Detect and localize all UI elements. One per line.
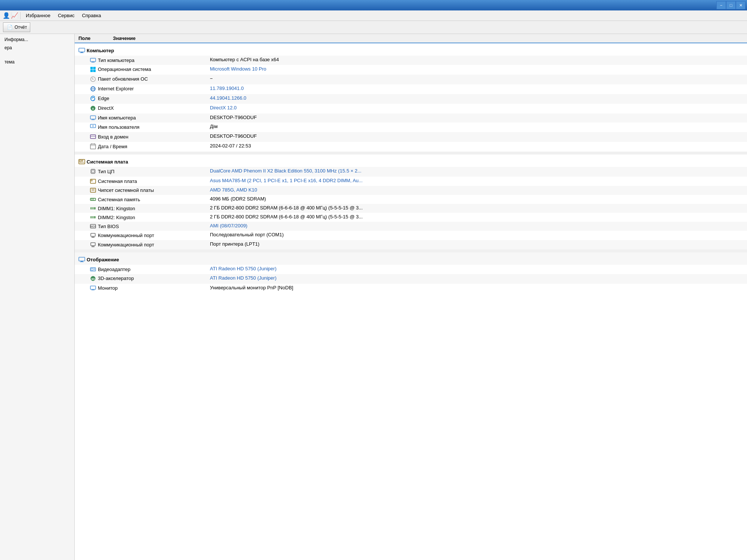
field-mobo: Системная плата	[98, 178, 137, 184]
svg-rect-17	[92, 119, 94, 120]
display-label: Отображение	[87, 257, 119, 262]
field-comp-type: Тип компьютера	[98, 57, 134, 63]
monitor-icon	[90, 57, 96, 63]
value-dimm1: 2 ГБ DDR2-800 DDR2 SDRAM (6-6-6-18 @ 400…	[205, 204, 747, 213]
maximize-button[interactable]: □	[726, 1, 736, 9]
windows-icon	[90, 66, 96, 73]
computer-label: Компьютер	[87, 48, 114, 53]
value-sysmem: 4096 МБ (DDR2 SDRAM)	[205, 195, 747, 204]
toolbar: 📄 Отчёт	[0, 21, 747, 34]
dimm1-icon	[90, 205, 96, 212]
field-bios: Тип BIOS	[98, 224, 119, 229]
value-dimm2: 2 ГБ DDR2-800 DDR2 SDRAM (6-6-6-18 @ 400…	[205, 213, 747, 222]
menu-favorites[interactable]: Избранное	[23, 12, 53, 19]
domain-icon	[90, 133, 96, 140]
svg-rect-2	[80, 53, 84, 53]
table-row: Чипсет системной платы AMD 785G, AMD K10	[75, 186, 747, 195]
computer-section-header: Компьютер	[78, 47, 114, 54]
field-ie: Internet Explorer	[98, 86, 134, 91]
table-row: DIMM1: Kingston 2 ГБ DDR2-800 DDR2 SDRAM…	[75, 204, 747, 213]
field-cpu: Тип ЦП	[98, 169, 114, 174]
col-field: Поле	[78, 35, 90, 41]
menu-service[interactable]: Сервис	[55, 12, 78, 19]
svg-rect-82	[90, 286, 96, 289]
table-row: Операционная система Microsoft Windows 1…	[75, 65, 747, 75]
svg-text:BIOS: BIOS	[90, 225, 96, 228]
svg-rect-68	[91, 243, 95, 246]
table-row: Имя пользователя Дім	[75, 122, 747, 132]
sysmem-icon	[90, 196, 96, 203]
mobo-row-icon	[90, 178, 96, 184]
svg-rect-64	[91, 233, 95, 236]
table-row: DIMM2: Kingston 2 ГБ DDR2-800 DDR2 SDRAM…	[75, 213, 747, 222]
svg-rect-6	[90, 67, 93, 69]
display-section-icon	[78, 256, 85, 263]
value-compname: DESKTOP-T96ODUF	[205, 113, 747, 123]
table-row: Пакет обновления ОС −	[75, 75, 747, 84]
table-row: Edge 44.19041.1266.0	[75, 94, 747, 104]
svg-text:3D: 3D	[91, 277, 95, 281]
sidebar-icon-2: 📈	[11, 12, 18, 19]
svg-rect-18	[92, 120, 95, 120]
value-monitor: Универсальный монитор PnP [NoDB]	[205, 284, 747, 293]
svg-rect-16	[90, 116, 96, 119]
value-update: −	[205, 75, 747, 84]
value-datetime: 2024-02-07 / 22:53	[205, 142, 747, 152]
table-row: Дата / Время 2024-02-07 / 22:53	[75, 142, 747, 152]
monitor2-icon	[90, 285, 96, 292]
sidebar: Информа... ера тема	[0, 34, 75, 560]
field-dimm1: DIMM1: Kingston	[98, 206, 135, 211]
computer-icon	[78, 47, 85, 54]
report-button[interactable]: 📄 Отчёт	[3, 22, 30, 32]
main-container: Информа... ера тема Поле Значение	[0, 34, 747, 560]
svg-rect-1	[81, 52, 83, 53]
edge-icon	[90, 95, 96, 102]
svg-rect-76	[91, 268, 93, 270]
sidebar-icon-1: 👤	[3, 12, 10, 19]
gpu-icon	[90, 266, 96, 273]
port1-icon	[90, 232, 96, 239]
value-os: Microsoft Windows 10 Pro	[205, 65, 747, 75]
svg-rect-32	[92, 170, 94, 172]
bios-icon: BIOS	[90, 223, 96, 230]
minimize-button[interactable]: −	[716, 1, 726, 9]
chipset-icon	[90, 187, 96, 194]
port2-icon	[90, 241, 96, 248]
svg-rect-28	[80, 160, 81, 162]
svg-rect-19	[90, 124, 96, 128]
sidebar-item-blank2[interactable]	[0, 55, 74, 58]
ie-icon	[90, 85, 96, 92]
table-row: Коммуникационный порт Порт принтера (LPT…	[75, 240, 747, 249]
value-gpu: ATI Radeon HD 5750 (Juniper)	[205, 265, 747, 274]
svg-rect-46	[91, 180, 92, 181]
table-row: Компьютер	[75, 43, 747, 56]
table-row: Системная плата	[75, 155, 747, 167]
sidebar-item-tema[interactable]: тема	[0, 58, 74, 66]
field-dimm2: DIMM2: Kingston	[98, 215, 135, 220]
field-port1: Коммуникационный порт	[98, 233, 154, 238]
mobo-label: Системная плата	[87, 159, 128, 165]
sidebar-item-info[interactable]: Информа...	[0, 35, 74, 44]
value-comp-type: Компьютер с ACPI на базе x64	[205, 56, 747, 65]
table-row: X DirectX DirectX 12.0	[75, 104, 747, 113]
field-gpu: Видеоадаптер	[98, 267, 130, 272]
menu-help[interactable]: Справка	[79, 12, 104, 19]
value-cpu: DualCore AMD Phenom II X2 Black Edition …	[205, 167, 747, 177]
datetime-icon	[90, 143, 96, 150]
close-button[interactable]: ✕	[736, 1, 746, 9]
table-row: Отображение	[75, 252, 747, 265]
svg-rect-0	[79, 48, 85, 52]
value-edge: 44.19041.1266.0	[205, 94, 747, 104]
sidebar-item-era[interactable]: ера	[0, 44, 74, 52]
sidebar-item-blank1[interactable]	[0, 52, 74, 55]
report-icon: 📄	[6, 24, 13, 31]
display-section-header: Отображение	[78, 256, 119, 263]
svg-rect-3	[90, 58, 96, 62]
value-port2: Порт принтера (LPT1)	[205, 240, 747, 249]
table-row: Тип компьютера Компьютер с ACPI на базе …	[75, 56, 747, 65]
col-value: Значение	[113, 35, 136, 41]
value-directx: DirectX 12.0	[205, 104, 747, 113]
svg-rect-84	[92, 290, 95, 290]
field-domain: Вход в домен	[98, 134, 128, 140]
svg-rect-5	[92, 62, 95, 62]
